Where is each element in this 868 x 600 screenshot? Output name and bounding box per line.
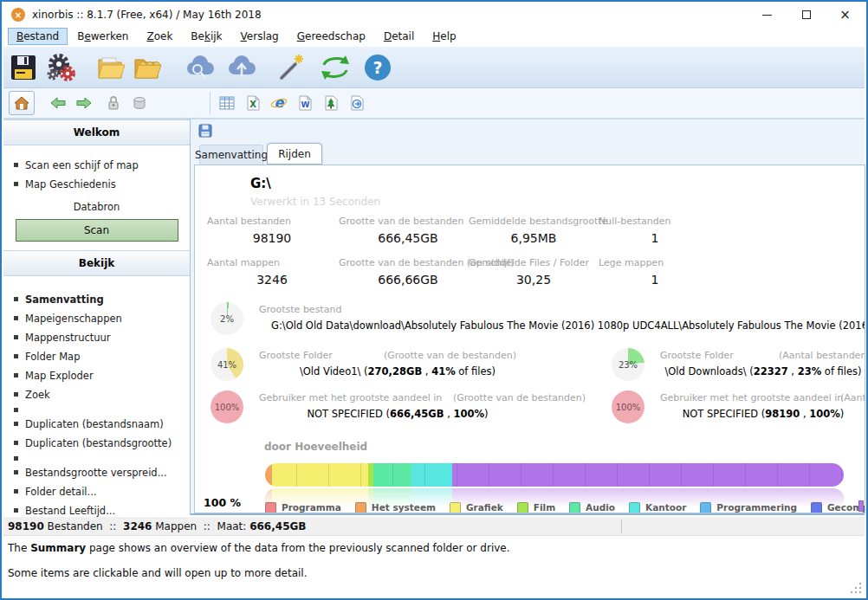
legend-item: Gecomprimeerd [811,502,865,513]
minimize-button[interactable] [748,3,787,26]
legend-swatch [265,502,276,513]
open-folder-icon [95,53,126,82]
svg-text:W: W [301,100,310,109]
excel-icon: X [244,94,262,112]
export-tree-button[interactable] [318,91,344,115]
menu-verslag[interactable]: Verslag [232,28,288,45]
toolbar-separator [210,92,211,114]
list-gap [14,453,190,463]
legend-item: Grafiek [450,502,503,513]
help-button[interactable]: ? [362,49,393,86]
databron-label: Databron [3,201,190,213]
owner-size-label: Gebruiker met het grootste aandeel in [259,392,442,403]
sidebar-item-mappenstructuur[interactable]: Mappenstructuur [14,328,190,347]
word-icon: W [296,94,314,112]
sidebar-item-folder-map[interactable]: Folder Map [14,347,190,366]
tab-rijden[interactable]: Rijden [267,143,322,165]
cloud-upload-button[interactable] [223,49,260,86]
sidebar-item-zoek[interactable]: Zoek [14,385,190,404]
save-button[interactable] [9,49,38,86]
stat-value: 666,45GB [339,231,477,245]
svg-text:X: X [249,100,256,109]
export-excel-button[interactable]: X [240,91,266,115]
status-bar: 98190 Bestanden :: 3246 Mappen :: Maat: … [3,517,865,536]
close-button[interactable]: × [826,3,865,26]
wizard-button[interactable] [275,49,307,86]
stat-label: Gemiddelde Files / Folder [469,257,589,268]
owner-count-sublabel: (Aantal bes [840,392,865,403]
legend-item: Audio [569,502,615,513]
sidebar-item-map-exploder[interactable]: Map Exploder [14,366,190,385]
owner-count-value[interactable]: NOT SPECIFIED (98190 , 100%) [660,408,865,420]
largest-folder-size-value[interactable]: \Old Video1\ (270,28GB , 41% of files) [259,365,536,377]
stat-value: 1 [599,231,711,245]
maximize-icon [802,10,811,19]
export-html-button[interactable]: e [266,91,292,115]
internet-explorer-icon: e [270,94,288,112]
sidebar-item-samenvatting[interactable]: Samenvatting [14,290,190,309]
legend-swatch [700,502,711,513]
menu-bekijk[interactable]: Bekijk [182,28,230,45]
largest-folder-count-pie: 23% [612,348,645,381]
stat-value: 3246 [207,273,337,287]
tab-samenvatting[interactable]: Samenvatting [199,145,263,165]
legend-swatch [811,502,822,513]
scan-button[interactable]: Scan [16,219,178,242]
svg-text:e: e [275,94,285,111]
tree-icon [322,94,340,112]
sidebar-item-mapeigenschappen[interactable]: Mapeigenschappen [14,309,190,328]
bar-segment [452,463,844,487]
menu-zoek[interactable]: Zoek [138,28,181,45]
sidebar-item-scan-schijf[interactable]: Scan een schijf of map [14,156,190,175]
chart-total-label: 100 % [204,496,241,509]
menu-bewerken[interactable]: Bewerken [68,28,137,45]
sidebar-item-folder-detail[interactable]: Folder detail... [14,482,190,501]
menu-detail[interactable]: Detail [375,28,423,45]
cloud-search-icon [182,53,218,82]
bar-segment [272,463,368,487]
largest-folder-count-label: Grootste Folder [660,350,734,361]
owner-size-value[interactable]: NOT SPECIFIED (666,45GB , 100%) [259,408,536,420]
chart-title: door Hoeveelheid [264,441,367,453]
welcome-list: Scan een schijf of map Map Geschiedenis [3,145,190,194]
resize-grip[interactable] [851,583,861,593]
database-button[interactable] [126,91,152,115]
refresh-button[interactable] [319,49,352,86]
menu-help[interactable]: Help [424,28,464,45]
menu-bestand[interactable]: Bestand [8,28,68,45]
largest-folder-size-pie: 41% [211,348,243,381]
back-button[interactable] [45,91,71,115]
cloud-search-button[interactable] [182,49,218,86]
export-xml-button[interactable] [344,91,370,115]
lock-button[interactable] [100,91,126,115]
legend-item: Het systeem [355,502,436,513]
report-table-icon [218,94,236,112]
maximize-button[interactable] [787,3,826,26]
sidebar-item-duplicaten-grootte[interactable]: Duplicaten (bestandsgrootte) [14,434,190,453]
menu-gereedschap[interactable]: Gereedschap [288,28,374,45]
owner-count-label: Gebruiker met het grootste aandeel in [660,392,843,403]
main-toolbar: ? [3,47,865,88]
help-line-1: The Summary page shows an overview of th… [8,542,510,554]
export-arrow-icon [348,94,366,112]
open-special-folder-button[interactable] [132,49,163,86]
pie-pct-label: 2% [220,314,234,324]
database-icon [131,94,148,112]
home-button[interactable] [9,91,35,115]
open-folder-button[interactable] [95,49,126,86]
title-bar: × xinorbis :: 8.1.7 (Free, x64) / May 16… [3,3,865,26]
sidebar-item-bestandsgrootte-verspreid[interactable]: Bestandsgrootte verspreid... [14,463,190,482]
save-summary-button[interactable] [198,124,212,140]
sidebar-item-map-geschiedenis[interactable]: Map Geschiedenis [14,175,190,194]
forward-button[interactable] [71,91,97,115]
export-word-button[interactable]: W [292,91,318,115]
status-summary: 98190 Bestanden :: 3246 Mappen :: Maat: … [8,520,306,532]
report-table-button[interactable] [214,91,240,115]
largest-folder-count-value[interactable]: \Old Downloads\ (22327 , 23% of files) [660,365,865,377]
largest-file-label: Grootste bestand [259,304,341,315]
sidebar-item-duplicaten-naam[interactable]: Duplicaten (bestandsnaam) [14,415,190,434]
pie-pct-label: 23% [619,360,638,370]
magic-wand-icon [275,53,307,82]
settings-button[interactable] [45,49,78,86]
largest-file-path[interactable]: G:\Old Old Data\download\Absolutely Fabu… [271,319,865,332]
